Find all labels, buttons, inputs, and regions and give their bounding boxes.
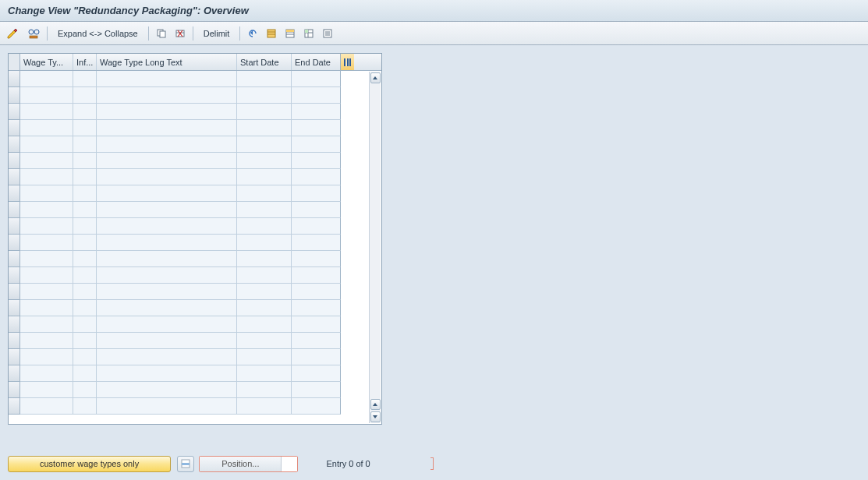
cell-wage-type-long[interactable]: [97, 169, 237, 185]
cell-wage-type[interactable]: [20, 218, 73, 235]
scroll-down-button[interactable]: [370, 411, 381, 422]
cell-wage-type-long[interactable]: [97, 153, 237, 169]
cell-wage-type[interactable]: [20, 202, 73, 218]
cell-start-date[interactable]: [237, 300, 292, 316]
cell-end-date[interactable]: [292, 169, 341, 185]
delete-button[interactable]: [172, 26, 188, 41]
cell-start-date[interactable]: [237, 398, 292, 415]
cell-wage-type-long[interactable]: [97, 218, 237, 235]
cell-start-date[interactable]: [237, 218, 292, 235]
cell-inf[interactable]: [73, 316, 97, 333]
cell-start-date[interactable]: [237, 169, 292, 185]
cell-wage-type[interactable]: [20, 169, 73, 185]
cell-end-date[interactable]: [292, 398, 341, 415]
expand-collapse-button[interactable]: Expand <-> Collapse: [52, 26, 143, 41]
cell-inf[interactable]: [73, 218, 97, 235]
col-inf[interactable]: Inf...: [73, 54, 97, 70]
cell-inf[interactable]: [73, 136, 97, 153]
row-selector[interactable]: [9, 333, 20, 349]
cell-wage-type-long[interactable]: [97, 284, 237, 300]
col-wage-type[interactable]: Wage Ty...: [20, 54, 73, 70]
cell-start-date[interactable]: [237, 87, 292, 104]
cell-end-date[interactable]: [292, 136, 341, 153]
cell-end-date[interactable]: [292, 333, 341, 349]
row-selector[interactable]: [9, 104, 20, 120]
cell-inf[interactable]: [73, 185, 97, 202]
cell-wage-type[interactable]: [20, 333, 73, 349]
cell-end-date[interactable]: [292, 202, 341, 218]
col-end-date[interactable]: End Date: [292, 54, 341, 70]
cell-start-date[interactable]: [237, 365, 292, 382]
cell-inf[interactable]: [73, 251, 97, 267]
position-icon-button[interactable]: [177, 456, 194, 472]
cell-end-date[interactable]: [292, 235, 341, 251]
cell-wage-type-long[interactable]: [97, 349, 237, 365]
cell-end-date[interactable]: [292, 316, 341, 333]
cell-wage-type[interactable]: [20, 87, 73, 104]
cell-start-date[interactable]: [237, 185, 292, 202]
cell-end-date[interactable]: [292, 349, 341, 365]
cell-end-date[interactable]: [292, 71, 341, 87]
cell-inf[interactable]: [73, 202, 97, 218]
cell-wage-type-long[interactable]: [97, 251, 237, 267]
other-view-button[interactable]: [25, 26, 42, 41]
row-selector[interactable]: [9, 218, 20, 235]
cell-wage-type-long[interactable]: [97, 120, 237, 136]
row-selector-header[interactable]: [9, 54, 20, 70]
cell-start-date[interactable]: [237, 71, 292, 87]
cell-start-date[interactable]: [237, 316, 292, 333]
cell-start-date[interactable]: [237, 235, 292, 251]
cell-wage-type[interactable]: [20, 284, 73, 300]
cell-start-date[interactable]: [237, 267, 292, 284]
cell-wage-type[interactable]: [20, 120, 73, 136]
cell-start-date[interactable]: [237, 251, 292, 267]
cell-end-date[interactable]: [292, 365, 341, 382]
row-selector[interactable]: [9, 136, 20, 153]
row-selector[interactable]: [9, 349, 20, 365]
cell-wage-type[interactable]: [20, 104, 73, 120]
select-all-button[interactable]: [264, 26, 279, 41]
row-selector[interactable]: [9, 284, 20, 300]
cell-inf[interactable]: [73, 235, 97, 251]
cell-start-date[interactable]: [237, 104, 292, 120]
row-selector[interactable]: [9, 300, 20, 316]
cell-wage-type-long[interactable]: [97, 185, 237, 202]
cell-wage-type-long[interactable]: [97, 316, 237, 333]
row-selector[interactable]: [9, 169, 20, 185]
cell-wage-type[interactable]: [20, 349, 73, 365]
cell-start-date[interactable]: [237, 136, 292, 153]
cell-wage-type-long[interactable]: [97, 235, 237, 251]
col-start-date[interactable]: Start Date: [237, 54, 292, 70]
cell-wage-type[interactable]: [20, 300, 73, 316]
cell-wage-type-long[interactable]: [97, 382, 237, 398]
cell-wage-type[interactable]: [20, 235, 73, 251]
copy-button[interactable]: [154, 26, 169, 41]
cell-end-date[interactable]: [292, 300, 341, 316]
position-input[interactable]: [282, 457, 297, 471]
cell-end-date[interactable]: [292, 87, 341, 104]
cell-wage-type[interactable]: [20, 153, 73, 169]
row-selector[interactable]: [9, 365, 20, 382]
deselect-all-button[interactable]: [282, 26, 298, 41]
cell-wage-type[interactable]: [20, 136, 73, 153]
cell-inf[interactable]: [73, 169, 97, 185]
row-selector[interactable]: [9, 202, 20, 218]
row-selector[interactable]: [9, 382, 20, 398]
cell-end-date[interactable]: [292, 251, 341, 267]
undo-button[interactable]: [245, 26, 260, 41]
cell-wage-type[interactable]: [20, 267, 73, 284]
cell-end-date[interactable]: [292, 218, 341, 235]
cell-inf[interactable]: [73, 153, 97, 169]
print-button[interactable]: [320, 26, 335, 41]
cell-wage-type[interactable]: [20, 185, 73, 202]
col-wage-type-long[interactable]: Wage Type Long Text: [97, 54, 237, 70]
cell-inf[interactable]: [73, 300, 97, 316]
cell-start-date[interactable]: [237, 120, 292, 136]
customer-wage-types-button[interactable]: customer wage types only: [8, 456, 171, 472]
cell-inf[interactable]: [73, 104, 97, 120]
cell-wage-type[interactable]: [20, 398, 73, 415]
cell-end-date[interactable]: [292, 185, 341, 202]
row-selector[interactable]: [9, 235, 20, 251]
cell-end-date[interactable]: [292, 104, 341, 120]
cell-inf[interactable]: [73, 120, 97, 136]
